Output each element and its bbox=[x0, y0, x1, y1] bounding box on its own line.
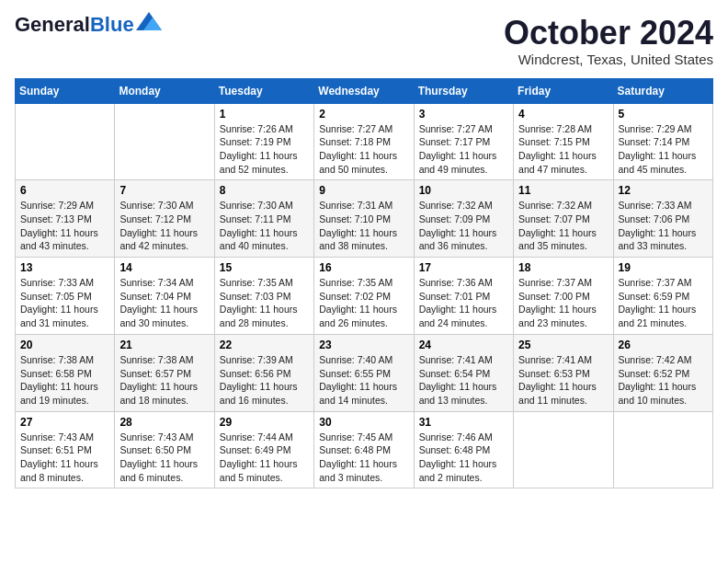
day-info: Sunrise: 7:31 AMSunset: 7:10 PMDaylight:… bbox=[319, 199, 408, 253]
calendar-cell: 19Sunrise: 7:37 AMSunset: 6:59 PMDayligh… bbox=[613, 258, 712, 335]
calendar-cell: 27Sunrise: 7:43 AMSunset: 6:51 PMDayligh… bbox=[16, 411, 115, 488]
day-info: Sunrise: 7:30 AMSunset: 7:11 PMDaylight:… bbox=[220, 199, 309, 253]
weekday-header: Sunday bbox=[16, 78, 115, 103]
day-number: 30 bbox=[319, 416, 408, 429]
day-info: Sunrise: 7:33 AMSunset: 7:06 PMDaylight:… bbox=[619, 199, 708, 253]
day-info: Sunrise: 7:32 AMSunset: 7:07 PMDaylight:… bbox=[518, 199, 608, 253]
day-number: 7 bbox=[119, 184, 209, 197]
calendar-cell: 30Sunrise: 7:45 AMSunset: 6:48 PMDayligh… bbox=[314, 411, 414, 488]
day-info: Sunrise: 7:29 AMSunset: 7:14 PMDaylight:… bbox=[619, 122, 708, 177]
calendar-cell: 6Sunrise: 7:29 AMSunset: 7:13 PMDaylight… bbox=[16, 180, 115, 258]
day-info: Sunrise: 7:39 AMSunset: 6:56 PMDaylight:… bbox=[220, 353, 309, 408]
page-header: GeneralBlue October 2024 Windcrest, Texa… bbox=[15, 15, 713, 67]
calendar-cell: 8Sunrise: 7:30 AMSunset: 7:11 PMDaylight… bbox=[214, 180, 313, 258]
calendar-cell bbox=[514, 411, 613, 488]
calendar-cell: 22Sunrise: 7:39 AMSunset: 6:56 PMDayligh… bbox=[214, 334, 313, 411]
calendar-cell: 17Sunrise: 7:36 AMSunset: 7:01 PMDayligh… bbox=[414, 258, 513, 335]
day-info: Sunrise: 7:37 AMSunset: 6:59 PMDaylight:… bbox=[619, 276, 708, 330]
month-title: October 2024 bbox=[504, 15, 713, 52]
day-info: Sunrise: 7:32 AMSunset: 7:09 PMDaylight:… bbox=[419, 199, 508, 253]
day-number: 21 bbox=[119, 339, 209, 351]
calendar-cell: 13Sunrise: 7:33 AMSunset: 7:05 PMDayligh… bbox=[16, 258, 115, 335]
day-info: Sunrise: 7:35 AMSunset: 7:02 PMDaylight:… bbox=[319, 276, 408, 330]
day-number: 4 bbox=[518, 108, 608, 121]
calendar-cell: 21Sunrise: 7:38 AMSunset: 6:57 PMDayligh… bbox=[115, 334, 214, 411]
calendar-cell: 26Sunrise: 7:42 AMSunset: 6:52 PMDayligh… bbox=[613, 334, 712, 411]
day-number: 20 bbox=[20, 339, 109, 351]
logo-icon bbox=[136, 12, 162, 30]
day-number: 14 bbox=[119, 261, 209, 274]
day-number: 24 bbox=[419, 339, 508, 351]
calendar-cell: 11Sunrise: 7:32 AMSunset: 7:07 PMDayligh… bbox=[514, 180, 613, 258]
day-info: Sunrise: 7:34 AMSunset: 7:04 PMDaylight:… bbox=[119, 276, 209, 330]
day-number: 2 bbox=[319, 108, 408, 121]
day-number: 25 bbox=[518, 339, 608, 351]
day-number: 8 bbox=[220, 184, 309, 197]
calendar-cell: 16Sunrise: 7:35 AMSunset: 7:02 PMDayligh… bbox=[314, 258, 414, 335]
day-info: Sunrise: 7:38 AMSunset: 6:58 PMDaylight:… bbox=[20, 353, 109, 408]
day-number: 22 bbox=[220, 339, 309, 351]
weekday-header: Wednesday bbox=[314, 78, 414, 103]
calendar-table: SundayMondayTuesdayWednesdayThursdayFrid… bbox=[15, 78, 713, 489]
calendar-cell: 5Sunrise: 7:29 AMSunset: 7:14 PMDaylight… bbox=[613, 103, 712, 180]
calendar-cell bbox=[16, 103, 115, 180]
calendar-cell: 9Sunrise: 7:31 AMSunset: 7:10 PMDaylight… bbox=[314, 180, 414, 258]
day-number: 3 bbox=[419, 108, 508, 121]
calendar-cell: 24Sunrise: 7:41 AMSunset: 6:54 PMDayligh… bbox=[414, 334, 513, 411]
day-info: Sunrise: 7:42 AMSunset: 6:52 PMDaylight:… bbox=[619, 353, 708, 408]
weekday-header: Tuesday bbox=[214, 78, 313, 103]
calendar-cell: 12Sunrise: 7:33 AMSunset: 7:06 PMDayligh… bbox=[613, 180, 712, 258]
day-info: Sunrise: 7:29 AMSunset: 7:13 PMDaylight:… bbox=[20, 199, 109, 253]
calendar-cell: 7Sunrise: 7:30 AMSunset: 7:12 PMDaylight… bbox=[115, 180, 214, 258]
day-info: Sunrise: 7:33 AMSunset: 7:05 PMDaylight:… bbox=[20, 276, 109, 330]
day-info: Sunrise: 7:43 AMSunset: 6:50 PMDaylight:… bbox=[119, 431, 209, 485]
calendar-cell: 14Sunrise: 7:34 AMSunset: 7:04 PMDayligh… bbox=[115, 258, 214, 335]
day-info: Sunrise: 7:26 AMSunset: 7:19 PMDaylight:… bbox=[220, 122, 309, 177]
location: Windcrest, Texas, United States bbox=[504, 52, 713, 67]
day-info: Sunrise: 7:37 AMSunset: 7:00 PMDaylight:… bbox=[518, 276, 608, 330]
calendar-cell: 18Sunrise: 7:37 AMSunset: 7:00 PMDayligh… bbox=[514, 258, 613, 335]
calendar-cell: 15Sunrise: 7:35 AMSunset: 7:03 PMDayligh… bbox=[214, 258, 313, 335]
day-info: Sunrise: 7:38 AMSunset: 6:57 PMDaylight:… bbox=[119, 353, 209, 408]
day-info: Sunrise: 7:36 AMSunset: 7:01 PMDaylight:… bbox=[419, 276, 508, 330]
calendar-cell: 29Sunrise: 7:44 AMSunset: 6:49 PMDayligh… bbox=[214, 411, 313, 488]
day-number: 23 bbox=[319, 339, 408, 351]
day-number: 1 bbox=[220, 108, 309, 121]
day-info: Sunrise: 7:35 AMSunset: 7:03 PMDaylight:… bbox=[220, 276, 309, 330]
calendar-cell: 4Sunrise: 7:28 AMSunset: 7:15 PMDaylight… bbox=[514, 103, 613, 180]
logo-text: GeneralBlue bbox=[15, 15, 134, 35]
day-number: 10 bbox=[419, 184, 508, 197]
day-info: Sunrise: 7:27 AMSunset: 7:18 PMDaylight:… bbox=[319, 122, 408, 177]
day-number: 5 bbox=[619, 108, 708, 121]
day-number: 18 bbox=[518, 261, 608, 274]
day-info: Sunrise: 7:41 AMSunset: 6:53 PMDaylight:… bbox=[518, 353, 608, 408]
day-info: Sunrise: 7:40 AMSunset: 6:55 PMDaylight:… bbox=[319, 353, 408, 408]
day-info: Sunrise: 7:30 AMSunset: 7:12 PMDaylight:… bbox=[119, 199, 209, 253]
day-info: Sunrise: 7:44 AMSunset: 6:49 PMDaylight:… bbox=[220, 431, 309, 485]
day-number: 15 bbox=[220, 261, 309, 274]
day-number: 13 bbox=[20, 261, 109, 274]
day-info: Sunrise: 7:28 AMSunset: 7:15 PMDaylight:… bbox=[518, 122, 608, 177]
calendar-cell: 31Sunrise: 7:46 AMSunset: 6:48 PMDayligh… bbox=[414, 411, 513, 488]
day-info: Sunrise: 7:27 AMSunset: 7:17 PMDaylight:… bbox=[419, 122, 508, 177]
weekday-header: Friday bbox=[514, 78, 613, 103]
calendar-cell: 28Sunrise: 7:43 AMSunset: 6:50 PMDayligh… bbox=[115, 411, 214, 488]
day-info: Sunrise: 7:43 AMSunset: 6:51 PMDaylight:… bbox=[20, 431, 109, 485]
day-info: Sunrise: 7:46 AMSunset: 6:48 PMDaylight:… bbox=[419, 431, 508, 485]
calendar-cell bbox=[613, 411, 712, 488]
calendar-cell: 20Sunrise: 7:38 AMSunset: 6:58 PMDayligh… bbox=[16, 334, 115, 411]
day-number: 27 bbox=[20, 416, 109, 429]
logo: GeneralBlue bbox=[15, 15, 162, 35]
calendar-cell: 3Sunrise: 7:27 AMSunset: 7:17 PMDaylight… bbox=[414, 103, 513, 180]
day-number: 11 bbox=[518, 184, 608, 197]
day-number: 26 bbox=[619, 339, 708, 351]
day-number: 31 bbox=[419, 416, 508, 429]
day-number: 19 bbox=[619, 261, 708, 274]
day-number: 16 bbox=[319, 261, 408, 274]
day-number: 6 bbox=[20, 184, 109, 197]
calendar-cell: 10Sunrise: 7:32 AMSunset: 7:09 PMDayligh… bbox=[414, 180, 513, 258]
calendar-cell: 23Sunrise: 7:40 AMSunset: 6:55 PMDayligh… bbox=[314, 334, 414, 411]
title-section: October 2024 Windcrest, Texas, United St… bbox=[504, 15, 713, 67]
day-number: 17 bbox=[419, 261, 508, 274]
calendar-cell: 25Sunrise: 7:41 AMSunset: 6:53 PMDayligh… bbox=[514, 334, 613, 411]
